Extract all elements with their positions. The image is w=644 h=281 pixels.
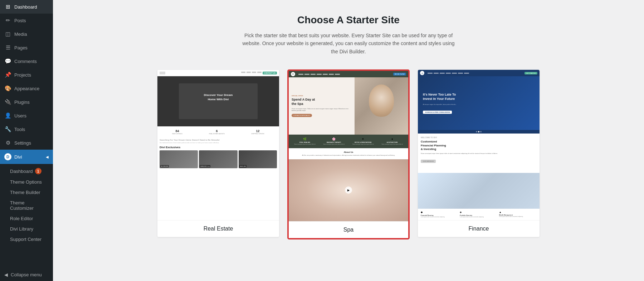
sidebar-item-label: Dashboard	[14, 4, 37, 10]
spa-logo: ⊙	[291, 72, 295, 76]
tools-icon: 🔧	[4, 126, 11, 132]
submenu-dashboard-label: Dashboard	[10, 169, 33, 174]
submenu-item-dashboard[interactable]: Dashboard 1	[0, 165, 53, 177]
sidebar-item-label: Projects	[14, 72, 31, 78]
submenu-item-role-editor[interactable]: Role Editor	[0, 213, 53, 224]
page-title: Choose A Starter Site	[297, 14, 400, 26]
collapse-menu-button[interactable]: ◀ Collapse menu	[0, 268, 53, 281]
fin-bottom-image	[418, 173, 540, 209]
sidebar-item-label: Pages	[14, 45, 28, 50]
sidebar-item-pages[interactable]: ☰ Pages	[0, 41, 53, 54]
dashboard-badge: 1	[35, 168, 42, 174]
comments-icon: 💬	[4, 58, 11, 64]
sidebar-item-tools[interactable]: 🔧 Tools	[0, 122, 53, 136]
sidebar-item-dashboard[interactable]: ⊞ Dashboard	[0, 0, 53, 14]
card-label-real-estate: Real Estate	[157, 220, 279, 237]
collapse-menu-label: Collapse menu	[11, 272, 42, 277]
sidebar-item-label: Appearance	[14, 86, 39, 91]
site-card-spa[interactable]: ⊙ BOOK NOW	[288, 70, 409, 239]
starter-sites-grid: CONTACT US Discover Your DreamHome With …	[157, 70, 540, 239]
spa-hero: SPECIAL OFFER Spend A Day atthe Spa Viva…	[289, 77, 408, 135]
sidebar-item-plugins[interactable]: 🔌 Plugins	[0, 95, 53, 109]
submenu-divi-library-label: Divi Library	[10, 226, 33, 232]
re-nav-links: CONTACT US	[241, 72, 277, 74]
submenu-role-editor-label: Role Editor	[10, 216, 33, 221]
submenu-theme-options-label: Theme Options	[10, 179, 42, 185]
submenu-item-theme-options[interactable]: Theme Options	[0, 177, 53, 187]
media-icon: ◫	[4, 31, 11, 37]
sidebar-item-label: Plugins	[14, 100, 30, 105]
re-hero: Discover Your DreamHome With Divi Search…	[157, 76, 279, 126]
projects-icon: 📌	[4, 72, 11, 78]
sidebar-item-label: Posts	[14, 18, 26, 23]
card-label-spa: Spa	[289, 221, 408, 238]
re-grid: $1,234,000 $689,000 / mo $640,000	[157, 150, 279, 169]
spa-nav: ⊙ BOOK NOW	[289, 71, 408, 77]
fin-logo: ⊙	[420, 71, 424, 75]
finance-mockup: ⊙ GET STARTED	[418, 70, 540, 220]
spa-nav-links	[298, 74, 340, 75]
submenu-theme-builder-label: Theme Builder	[10, 190, 40, 195]
sidebar-item-label: Users	[14, 113, 26, 118]
re-nav: CONTACT US	[157, 70, 279, 76]
sidebar-item-label: Comments	[14, 59, 37, 64]
divi-submenu: Dashboard 1 Theme Options Theme Builder …	[0, 164, 53, 246]
card-preview-spa: ⊙ BOOK NOW	[289, 71, 408, 221]
site-card-finance[interactable]: ⊙ GET STARTED	[418, 70, 540, 237]
page-subtitle: Pick the starter site that best suits yo…	[241, 32, 456, 55]
site-card-real-estate[interactable]: CONTACT US Discover Your DreamHome With …	[157, 70, 279, 237]
sidebar-item-label: Media	[14, 32, 27, 37]
fin-hero: It's Never Too Late ToInvest In Your Fut…	[418, 76, 540, 130]
card-preview-finance: ⊙ GET STARTED	[418, 70, 540, 220]
submenu-support-center-label: Support Center	[10, 237, 42, 242]
sidebar-item-settings[interactable]: ⚙ Settings	[0, 136, 53, 150]
posts-icon: ✏	[4, 17, 11, 24]
re-logo	[160, 72, 165, 74]
card-label-finance: Finance	[418, 220, 540, 237]
sidebar-item-label: Settings	[14, 140, 31, 146]
sidebar-item-appearance[interactable]: 🎨 Appearance	[0, 82, 53, 95]
real-estate-mockup: CONTACT US Discover Your DreamHome With …	[157, 70, 279, 220]
sidebar-item-divi[interactable]: D Divi ◀	[0, 150, 53, 164]
divi-label: Divi	[14, 154, 22, 160]
re-stats: 84 NEW LISTINGS 6 REAL ESTATE AGENTS 12 …	[157, 126, 279, 137]
collapse-icon: ◀	[4, 272, 8, 277]
spa-about: About Us At Divi, we provide a sanctuary…	[289, 148, 408, 159]
main-content: Choose A Starter Site Pick the starter s…	[53, 0, 644, 281]
spa-services: 🌿 VITAL HEALING Vivae consequat veque lo…	[289, 135, 408, 148]
fin-nav-links	[428, 73, 469, 74]
sidebar-item-users[interactable]: 👤 Users	[0, 109, 53, 122]
fin-features: ◆ Financial Planning Lorem ipsum dolor s…	[418, 209, 540, 220]
dashboard-icon: ⊞	[4, 4, 11, 10]
sidebar-item-label: Tools	[14, 127, 25, 132]
sidebar-item-posts[interactable]: ✏ Posts	[0, 14, 53, 27]
play-button[interactable]: ▶	[345, 186, 352, 194]
submenu-item-theme-customizer[interactable]: Theme Customizer	[0, 198, 53, 213]
submenu-item-theme-builder[interactable]: Theme Builder	[0, 187, 53, 198]
card-preview-real-estate: CONTACT US Discover Your DreamHome With …	[157, 70, 279, 220]
sidebar-item-projects[interactable]: 📌 Projects	[0, 68, 53, 82]
re-section-title: Divi Exclusives	[157, 144, 279, 150]
fin-nav: ⊙ GET STARTED	[418, 70, 540, 76]
plugins-icon: 🔌	[4, 99, 11, 105]
submenu-item-support-center[interactable]: Support Center	[0, 234, 53, 244]
spa-bottom-image: ▶	[289, 159, 408, 222]
settings-icon: ⚙	[4, 140, 11, 146]
spa-mockup: ⊙ BOOK NOW	[289, 71, 408, 221]
appearance-icon: 🎨	[4, 85, 11, 92]
submenu-theme-customizer-label: Theme Customizer	[10, 200, 34, 211]
fin-mid: WELCOME TO DIVI CustomizedFinancial Plan…	[418, 134, 540, 173]
sidebar-item-media[interactable]: ◫ Media	[0, 27, 53, 41]
sidebar-item-comments[interactable]: 💬 Comments	[0, 54, 53, 68]
users-icon: 👤	[4, 112, 11, 119]
pages-icon: ☰	[4, 44, 11, 51]
sidebar: ⊞ Dashboard ✏ Posts ◫ Media ☰ Pages 💬 Co…	[0, 0, 53, 281]
submenu-item-divi-library[interactable]: Divi Library	[0, 224, 53, 234]
spa-hero-image	[355, 77, 408, 135]
chevron-right-icon: ◀	[46, 155, 49, 159]
divi-logo-icon: D	[4, 153, 11, 160]
